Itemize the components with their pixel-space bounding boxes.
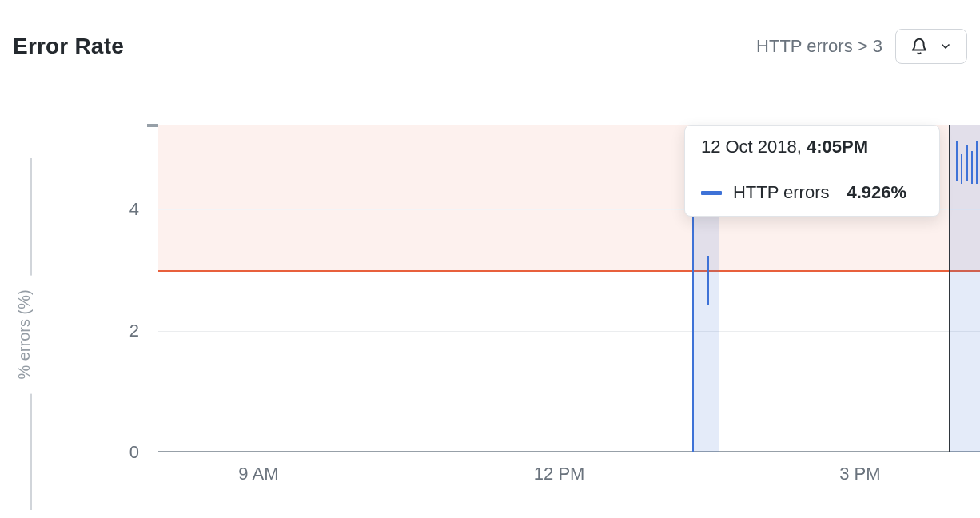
panel-title: Error Rate xyxy=(13,34,124,59)
series-line xyxy=(971,151,973,184)
tooltip-time: 4:05PM xyxy=(807,137,868,157)
series-line xyxy=(956,141,958,181)
x-tick-label: 12 PM xyxy=(534,452,585,484)
x-tick-label: 3 PM xyxy=(839,452,880,484)
panel-header: Error Rate HTTP errors > 3 xyxy=(0,0,980,64)
threshold-label: HTTP errors > 3 xyxy=(756,36,882,57)
y-tick-label: 2 xyxy=(129,321,158,341)
chart-area[interactable]: % errors (%) 0 2 4 9 AM 12 PM 3 PM xyxy=(0,78,980,518)
y-tick-label: 0 xyxy=(129,442,158,463)
tooltip-date: 12 Oct 2018, xyxy=(701,137,807,157)
x-tick-label: 9 AM xyxy=(238,452,278,484)
series-line xyxy=(966,145,968,181)
series-line xyxy=(961,154,962,184)
series-line xyxy=(976,141,978,184)
gridline xyxy=(158,331,980,332)
tooltip-series-name: HTTP errors xyxy=(733,182,830,203)
threshold-line xyxy=(158,270,980,272)
tooltip-timestamp: 12 Oct 2018, 4:05PM xyxy=(685,126,939,169)
bell-icon xyxy=(910,38,928,55)
notification-menu-button[interactable] xyxy=(895,29,967,64)
series-line xyxy=(707,256,709,305)
y-axis-label: % errors (%) xyxy=(15,275,34,393)
tooltip-series-value: 4.926% xyxy=(847,182,907,203)
plot-region[interactable]: 0 2 4 9 AM 12 PM 3 PM 12 Oct 2018, 4:05P… xyxy=(158,125,980,452)
chevron-down-icon xyxy=(939,40,952,53)
hover-tooltip: 12 Oct 2018, 4:05PM HTTP errors 4.926% xyxy=(684,125,940,217)
tooltip-series-row: HTTP errors 4.926% xyxy=(685,169,939,216)
y-tick-label: 4 xyxy=(129,199,158,220)
header-controls: HTTP errors > 3 xyxy=(756,29,967,64)
y-axis-top-tick xyxy=(147,124,158,127)
series-color-swatch xyxy=(701,191,722,195)
y-axis-label-wrap: % errors (%) xyxy=(0,158,48,510)
